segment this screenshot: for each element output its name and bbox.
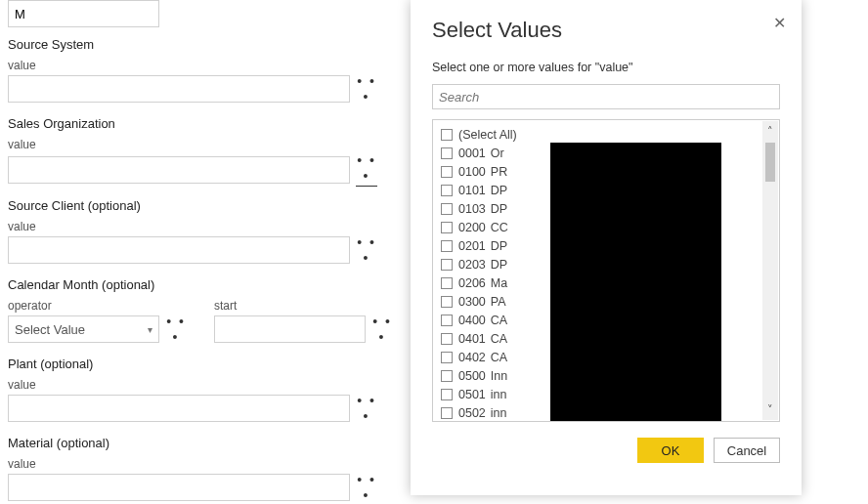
top-input[interactable] [8,0,159,27]
sales-org-label: Sales Organization [8,116,393,131]
source-client-sublabel: value [8,220,36,233]
redacted-overlay [550,143,721,422]
value-item-label: 0300PA [458,295,506,309]
value-item-label: 0501inn [458,388,507,401]
value-item-label: 0500Inn [458,369,507,383]
source-client-group: Source Client (optional) value • • • [8,198,393,266]
source-system-label: Source System [8,37,393,52]
source-client-input[interactable] [8,236,350,264]
values-list-box: (Select All) 0001Or0100PR0101DP0103DP020… [432,119,780,422]
value-item-label: 0401CA [458,332,507,346]
operator-more-button[interactable]: • • • [165,314,187,345]
material-sublabel: value [8,457,36,471]
checkbox-icon[interactable] [441,296,453,308]
start-sublabel: start [214,299,237,313]
checkbox-icon[interactable] [441,370,453,382]
select-values-dialog: ✕ Select Values Select one or more value… [411,0,802,495]
value-item-label: 0201DP [458,239,507,253]
source-system-input[interactable] [8,75,350,103]
sales-org-input[interactable] [8,156,350,184]
value-item-label: 0400CA [458,314,507,327]
start-more-button[interactable]: • • • [371,314,393,345]
source-system-sublabel: value [8,59,36,72]
form-panel: Source System value • • • Sales Organiza… [0,0,401,503]
select-all-label: (Select All) [458,128,517,142]
plant-input[interactable] [8,395,350,422]
cancel-button[interactable]: Cancel [714,438,780,463]
operator-value-text: Select Value [15,322,85,337]
value-item-label: 0103DP [458,202,507,216]
checkbox-icon[interactable] [441,185,453,196]
checkbox-icon[interactable] [441,129,453,141]
calendar-month-label: Calendar Month (optional) [8,277,393,292]
checkbox-icon[interactable] [441,203,453,215]
value-item-label: 0203DP [458,258,507,272]
value-item-label: 0200CC [458,221,508,234]
checkbox-icon[interactable] [441,166,453,178]
source-client-more-button[interactable]: • • • [356,234,377,266]
scrollbar[interactable]: ˄ ˅ [762,121,778,420]
value-item-label: 0206Ma [458,276,507,290]
plant-label: Plant (optional) [8,357,393,371]
dialog-subtitle: Select one or more values for "value" [432,61,780,74]
checkbox-icon[interactable] [441,259,453,271]
select-all-item[interactable]: (Select All) [441,126,771,144]
source-system-group: Source System value • • • [8,37,393,105]
checkbox-icon[interactable] [441,352,453,363]
scroll-up-icon[interactable]: ˄ [767,125,773,138]
material-input[interactable] [8,474,350,501]
checkbox-icon[interactable] [441,333,453,345]
plant-group: Plant (optional) value • • • [8,357,393,424]
checkbox-icon[interactable] [441,389,453,400]
sales-org-group: Sales Organization value • • • [8,116,393,187]
operator-select[interactable]: Select Value ▾ [8,315,159,343]
calendar-month-group: Calendar Month (optional) operator Selec… [8,277,393,345]
search-input[interactable] [432,84,780,109]
close-icon[interactable]: ✕ [773,14,786,32]
sales-org-sublabel: value [8,138,36,151]
checkbox-icon[interactable] [441,277,453,289]
checkbox-icon[interactable] [441,407,453,419]
checkbox-icon[interactable] [441,147,453,159]
plant-more-button[interactable]: • • • [356,393,377,424]
plant-sublabel: value [8,378,36,392]
material-group: Material (optional) value • • • [8,436,393,503]
chevron-down-icon: ▾ [148,324,152,335]
scroll-down-icon[interactable]: ˅ [767,403,773,416]
value-item-label: 0001Or [458,147,504,160]
start-input[interactable] [214,315,366,343]
dialog-title: Select Values [432,18,780,43]
scroll-thumb[interactable] [765,143,775,182]
value-item-label: 0502inn [458,406,507,420]
checkbox-icon[interactable] [441,315,453,326]
value-item-label: 0100PR [458,165,507,179]
material-label: Material (optional) [8,436,393,450]
operator-sublabel: operator [8,299,52,313]
sales-org-more-button[interactable]: • • • [356,152,377,187]
checkbox-icon[interactable] [441,222,453,233]
source-system-more-button[interactable]: • • • [356,73,377,105]
value-item-label: 0402CA [458,351,507,364]
material-more-button[interactable]: • • • [356,472,377,503]
source-client-label: Source Client (optional) [8,198,393,213]
value-item-label: 0101DP [458,184,507,197]
checkbox-icon[interactable] [441,240,453,252]
ok-button[interactable]: OK [637,438,704,463]
